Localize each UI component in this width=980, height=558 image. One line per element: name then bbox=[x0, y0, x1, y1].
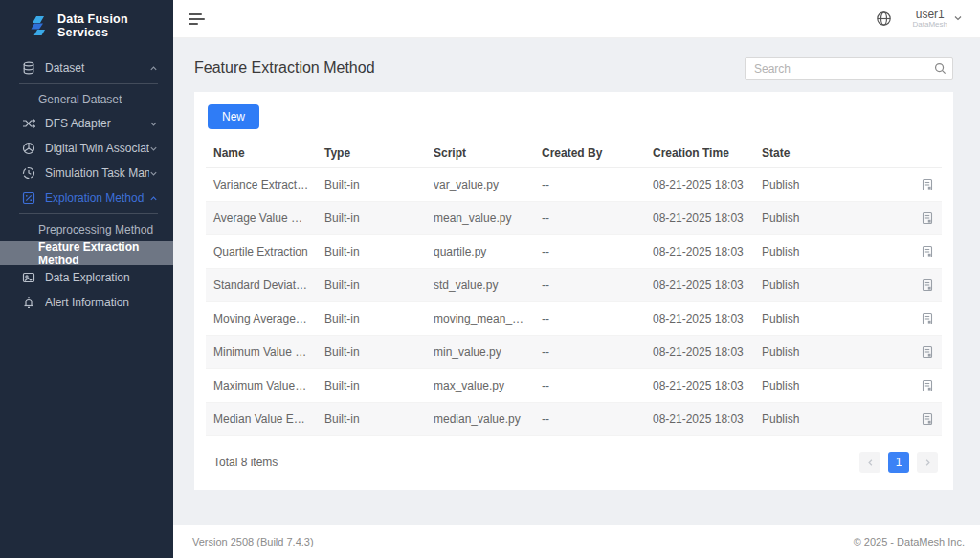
header-right: user1 DataMesh bbox=[876, 9, 963, 30]
chevron-down-icon bbox=[149, 145, 158, 153]
table-row: Median Value Extraction Built-in median_… bbox=[206, 403, 942, 436]
cell-type: Built-in bbox=[317, 269, 426, 302]
sidebar-item-label: Digital Twin Association bbox=[45, 142, 149, 155]
sidebar-item-label: Feature Extraction Method bbox=[38, 240, 173, 267]
cell-type: Built-in bbox=[317, 336, 426, 369]
cell-state: Publish bbox=[754, 336, 907, 369]
cell-script: quartile.py bbox=[426, 235, 534, 269]
cell-creation-time: 08-21-2025 18:03 bbox=[645, 168, 754, 202]
prev-page-button[interactable] bbox=[859, 452, 880, 473]
cell-created-by: -- bbox=[534, 235, 645, 269]
footer: Version 2508 (Build 7.4.3) © 2025 - Data… bbox=[173, 525, 980, 558]
sidebar-item-digital-twin-association[interactable]: Digital Twin Association bbox=[0, 136, 173, 161]
sidebar-item-exploration-method[interactable]: Exploration Method bbox=[0, 186, 173, 211]
methods-table: Name Type Script Created By Creation Tim… bbox=[206, 139, 942, 436]
shuffle-icon bbox=[21, 117, 35, 131]
table-row: Standard Deviation Ext... Built-in std_v… bbox=[206, 269, 942, 302]
top-header: user1 DataMesh bbox=[173, 0, 980, 38]
globe-icon[interactable] bbox=[876, 11, 892, 27]
cell-name: Average Value Extraction bbox=[206, 202, 317, 235]
twin-icon bbox=[21, 142, 35, 156]
sidebar-item-data-exploration[interactable]: Data Exploration bbox=[0, 265, 173, 290]
sidebar-item-label: General Dataset bbox=[38, 93, 122, 106]
magnifier-icon[interactable] bbox=[934, 62, 947, 75]
version-text: Version 2508 (Build 7.4.3) bbox=[192, 536, 314, 547]
cell-state: Publish bbox=[754, 235, 907, 269]
table-card: New Name Type Script Created By Creation… bbox=[194, 92, 953, 490]
document-details-icon[interactable] bbox=[915, 279, 934, 292]
user-org: DataMesh bbox=[913, 21, 947, 30]
column-header-script: Script bbox=[426, 139, 534, 168]
document-details-icon[interactable] bbox=[915, 178, 934, 191]
document-details-icon[interactable] bbox=[915, 312, 934, 325]
next-page-button[interactable] bbox=[917, 452, 938, 473]
cell-creation-time: 08-21-2025 18:03 bbox=[645, 403, 754, 436]
table-row: Minimum Value Extract... Built-in min_va… bbox=[206, 336, 942, 369]
cell-type: Built-in bbox=[317, 235, 426, 269]
table-footer: Total 8 items 1 bbox=[206, 436, 942, 480]
cell-created-by: -- bbox=[534, 336, 645, 369]
page-title: Feature Extraction Method bbox=[194, 57, 375, 77]
cell-type: Built-in bbox=[317, 302, 426, 336]
cell-created-by: -- bbox=[534, 202, 645, 235]
sidebar-item-dfs-adapter[interactable]: DFS Adapter bbox=[0, 111, 173, 136]
cell-created-by: -- bbox=[534, 302, 645, 336]
user-menu[interactable]: user1 DataMesh bbox=[913, 9, 963, 30]
search-input[interactable] bbox=[745, 57, 953, 80]
column-header-actions bbox=[907, 139, 942, 168]
sidebar-item-alert-information[interactable]: Alert Information bbox=[0, 290, 173, 315]
cell-creation-time: 08-21-2025 18:03 bbox=[645, 369, 754, 403]
sidebar-item-general-dataset[interactable]: General Dataset bbox=[0, 87, 173, 111]
sidebar-menu: Dataset General Dataset DFS Adapter bbox=[0, 56, 173, 315]
page-head: Feature Extraction Method bbox=[173, 38, 980, 92]
username: user1 bbox=[916, 9, 945, 21]
cell-script: median_value.py bbox=[426, 403, 534, 436]
document-details-icon[interactable] bbox=[915, 413, 934, 426]
document-details-icon[interactable] bbox=[915, 212, 934, 225]
page-1-button[interactable]: 1 bbox=[888, 452, 909, 473]
sidebar-item-feature-extraction-method[interactable]: Feature Extraction Method bbox=[0, 241, 173, 265]
document-details-icon[interactable] bbox=[915, 346, 934, 359]
gauge-icon bbox=[21, 167, 35, 181]
cell-creation-time: 08-21-2025 18:03 bbox=[645, 235, 754, 269]
copyright-text: © 2025 - DataMesh Inc. bbox=[854, 536, 965, 547]
sidebar-item-label: Alert Information bbox=[45, 296, 158, 309]
sidebar-item-simulation-task-management[interactable]: Simulation Task Management bbox=[0, 161, 173, 186]
app-title: Data Fusion Services bbox=[57, 12, 164, 39]
cell-type: Built-in bbox=[317, 168, 426, 202]
cell-name: Maximum Value Extrac... bbox=[206, 369, 317, 403]
pagination: 1 bbox=[859, 452, 938, 473]
chevron-up-icon bbox=[149, 64, 158, 73]
user-names: user1 DataMesh bbox=[913, 9, 947, 30]
logo-row: Data Fusion Services bbox=[0, 0, 173, 52]
table-row: Variance Extraction Built-in var_value.p… bbox=[206, 168, 942, 202]
sidebar-item-label: Exploration Method bbox=[45, 191, 149, 205]
cell-state: Publish bbox=[754, 202, 907, 235]
cell-creation-time: 08-21-2025 18:03 bbox=[645, 202, 754, 235]
cell-state: Publish bbox=[754, 302, 907, 336]
chevron-down-icon bbox=[149, 120, 158, 128]
cell-name: Quartile Extraction bbox=[206, 235, 317, 269]
cell-name: Moving Average Extrac... bbox=[206, 302, 317, 336]
column-header-state: State bbox=[754, 139, 907, 168]
sidebar-item-label: Data Exploration bbox=[45, 271, 158, 284]
table-row: Moving Average Extrac... Built-in moving… bbox=[206, 302, 942, 336]
hamburger-menu-icon[interactable] bbox=[189, 13, 205, 25]
document-details-icon[interactable] bbox=[915, 245, 934, 258]
new-button[interactable]: New bbox=[208, 104, 259, 129]
cell-type: Built-in bbox=[317, 369, 426, 403]
cell-creation-time: 08-21-2025 18:03 bbox=[645, 336, 754, 369]
sidebar-item-preprocessing-method[interactable]: Preprocessing Method bbox=[0, 217, 173, 241]
document-details-icon[interactable] bbox=[915, 379, 934, 392]
sidebar-item-dataset[interactable]: Dataset bbox=[0, 56, 173, 80]
cell-script: min_value.py bbox=[426, 336, 534, 369]
cell-type: Built-in bbox=[317, 403, 426, 436]
bell-icon bbox=[21, 296, 35, 310]
app-window: Data Fusion Services Dataset General bbox=[0, 0, 980, 558]
cell-name: Median Value Extraction bbox=[206, 403, 317, 436]
cell-script: max_value.py bbox=[426, 369, 534, 403]
column-header-type: Type bbox=[317, 139, 426, 168]
chevron-down-icon bbox=[149, 169, 158, 178]
chevron-down-icon bbox=[953, 13, 963, 23]
cell-created-by: -- bbox=[534, 403, 645, 436]
